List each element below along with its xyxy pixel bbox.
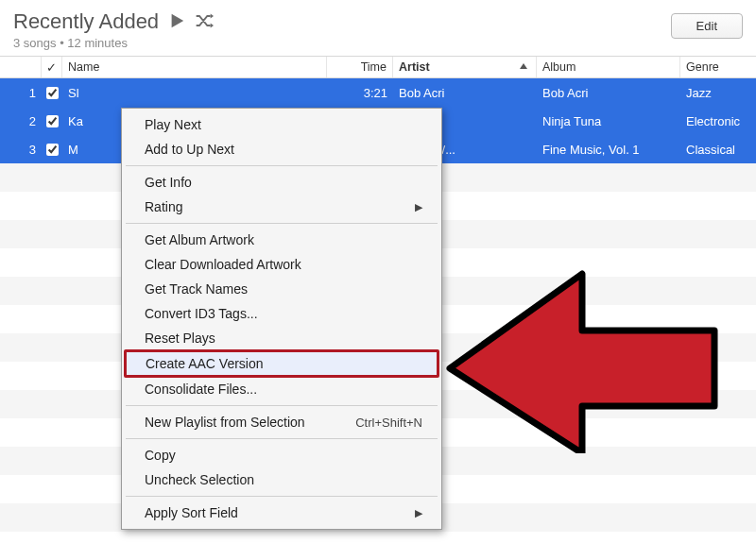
row-number: 3 <box>0 135 42 163</box>
menu-apply-sort-field[interactable]: Apply Sort Field▶ <box>124 501 439 525</box>
menu-label: Apply Sort Field <box>145 505 238 520</box>
row-album: Ninja Tuna <box>537 107 680 135</box>
header: Recently Added 3 songs • 12 minutes Edit <box>0 0 756 56</box>
shuffle-icon[interactable] <box>195 13 214 31</box>
menu-rating[interactable]: Rating▶ <box>124 195 439 219</box>
menu-label: Consolidate Files... <box>145 382 257 397</box>
menu-copy[interactable]: Copy <box>124 443 439 467</box>
col-album[interactable]: Album <box>537 57 680 77</box>
row-name: Sl <box>62 78 327 107</box>
col-genre[interactable]: Genre <box>680 57 756 77</box>
svg-marker-1 <box>211 13 214 18</box>
subtitle: 3 songs • 12 minutes <box>13 36 214 50</box>
col-number[interactable] <box>0 57 42 77</box>
menu-get-album-artwork[interactable]: Get Album Artwork <box>124 228 439 252</box>
page-title: Recently Added <box>13 9 159 34</box>
menu-label: Rating <box>145 199 182 214</box>
checkbox[interactable] <box>46 144 59 156</box>
svg-marker-3 <box>520 63 527 69</box>
menu-label: Uncheck Selection <box>145 472 254 487</box>
header-left: Recently Added 3 songs • 12 minutes <box>13 9 214 50</box>
chevron-right-icon: ▶ <box>415 201 422 213</box>
menu-label: Reset Plays <box>145 331 215 346</box>
menu-label: Convert ID3 Tags... <box>145 306 258 321</box>
checkbox[interactable] <box>46 87 59 99</box>
menu-play-next[interactable]: Play Next <box>124 112 439 137</box>
menu-label: Get Track Names <box>145 281 248 297</box>
menu-consolidate-files[interactable]: Consolidate Files... <box>124 377 439 401</box>
row-checkbox[interactable] <box>42 135 62 163</box>
menu-label: Copy <box>145 448 176 463</box>
row-album: Bob Acri <box>537 78 680 107</box>
checkbox[interactable] <box>46 115 59 127</box>
row-checkbox[interactable] <box>42 107 62 135</box>
menu-label: Create AAC Version <box>146 356 264 371</box>
edit-button[interactable]: Edit <box>671 13 743 39</box>
menu-add-up-next[interactable]: Add to Up Next <box>124 137 439 161</box>
row-artist: Bob Acri <box>393 78 537 107</box>
menu-label: Clear Downloaded Artwork <box>145 257 301 272</box>
row-checkbox[interactable] <box>42 78 62 107</box>
menu-separator <box>126 165 438 166</box>
col-check[interactable]: ✓ <box>42 57 62 77</box>
row-genre: Classical <box>680 135 756 163</box>
row-number: 2 <box>0 107 42 135</box>
table-header: ✓ Name Time Artist Album Genre <box>0 56 756 78</box>
svg-marker-0 <box>172 13 184 26</box>
svg-marker-2 <box>211 23 214 27</box>
col-time[interactable]: Time <box>327 57 393 77</box>
menu-label: Get Album Artwork <box>145 232 254 247</box>
sort-ascending-icon <box>519 60 528 74</box>
menu-get-info[interactable]: Get Info <box>124 170 439 195</box>
row-time: 3:21 <box>327 78 393 107</box>
menu-label: Play Next <box>145 117 201 132</box>
row-album: Fine Music, Vol. 1 <box>537 135 680 163</box>
menu-shortcut: Ctrl+Shift+N <box>355 416 422 430</box>
menu-new-playlist[interactable]: New Playlist from SelectionCtrl+Shift+N <box>124 410 439 434</box>
menu-label: Get Info <box>145 175 192 190</box>
menu-get-track-names[interactable]: Get Track Names <box>124 277 439 301</box>
row-genre: Jazz <box>680 78 756 107</box>
menu-create-aac-version[interactable]: Create AAC Version <box>124 349 439 378</box>
col-artist-label: Artist <box>399 60 430 74</box>
menu-separator <box>126 438 438 439</box>
row-genre: Electronic <box>680 107 756 135</box>
menu-label: New Playlist from Selection <box>145 415 305 430</box>
row-number: 1 <box>0 78 42 107</box>
menu-label: Add to Up Next <box>145 142 234 157</box>
menu-separator <box>126 496 438 497</box>
col-artist[interactable]: Artist <box>393 57 537 77</box>
menu-convert-id3[interactable]: Convert ID3 Tags... <box>124 301 439 326</box>
menu-reset-plays[interactable]: Reset Plays <box>124 326 439 350</box>
col-name[interactable]: Name <box>62 57 327 77</box>
context-menu: Play Next Add to Up Next Get Info Rating… <box>121 108 442 530</box>
chevron-right-icon: ▶ <box>415 507 422 519</box>
menu-uncheck-selection[interactable]: Uncheck Selection <box>124 467 439 492</box>
table-row[interactable]: 1 Sl 3:21 Bob Acri Bob Acri Jazz <box>0 78 756 107</box>
menu-separator <box>126 223 438 224</box>
menu-separator <box>126 405 438 406</box>
menu-clear-artwork[interactable]: Clear Downloaded Artwork <box>124 252 439 277</box>
play-icon[interactable] <box>168 12 185 32</box>
title-row: Recently Added <box>13 9 214 34</box>
